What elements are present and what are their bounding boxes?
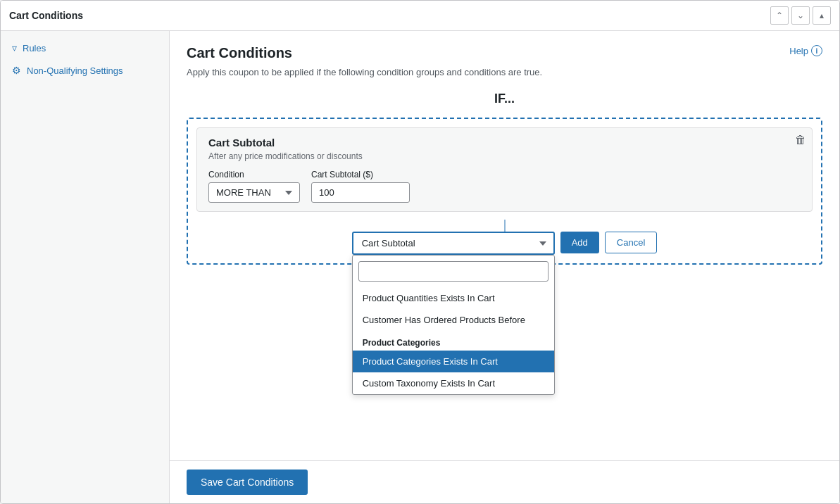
sidebar-item-rules[interactable]: ▿ Rules [1,37,169,59]
dropdown-item-custom-taxonomy[interactable]: Custom Taxonomy Exists In Cart [353,372,554,394]
add-condition-row: Cart Subtotal Product Quantities Exists … [196,220,813,255]
sidebar-item-non-qualifying[interactable]: ⚙ Non-Qualifying Settings [1,59,169,82]
condition-select-wrapper: Cart Subtotal Product Quantities Exists … [352,232,555,255]
page-title: Cart Conditions [187,45,292,61]
collapse-up-button[interactable]: ⌃ [770,6,789,25]
bottom-bar: Save Cart Conditions [170,460,839,503]
sidebar-rules-label: Rules [23,43,46,53]
condition-label: Condition [208,170,300,179]
card-subtitle: After any price modifications or discoun… [208,151,801,161]
delete-condition-button[interactable]: 🗑 [795,134,806,146]
help-link[interactable]: Help i [789,45,822,56]
dropdown-scroll[interactable]: Product Quantities Exists In Cart Custom… [353,287,554,394]
sidebar: ▿ Rules ⚙ Non-Qualifying Settings [1,31,170,503]
condition-select[interactable]: MORE THAN LESS THAN EQUALS [208,182,300,203]
collapse-down-button[interactable]: ⌄ [791,6,810,25]
condition-group-outer: 🗑 🗑 Cart Subtotal After any price modifi… [187,118,822,265]
title-bar: Cart Conditions ⌃ ⌄ ▴ [1,1,839,31]
help-label: Help [789,46,808,56]
dropdown-menu: Product Quantities Exists In Cart Custom… [352,255,555,395]
add-button[interactable]: Add [560,232,599,253]
cart-subtotal-label: Cart Subtotal ($) [311,170,410,179]
condition-form-group: Condition MORE THAN LESS THAN EQUALS [208,170,300,203]
dropdown-item-categories-exists[interactable]: Product Categories Exists In Cart [353,351,554,372]
title-bar-controls: ⌃ ⌄ ▴ [770,6,831,25]
main-content: Cart Conditions Help i Apply this coupon… [170,31,839,460]
if-label: IF... [187,92,822,106]
dropdown-search-input[interactable] [358,261,548,282]
form-row: Condition MORE THAN LESS THAN EQUALS Car… [208,170,801,203]
dropdown-item-ordered-before[interactable]: Customer Has Ordered Products Before [353,309,554,331]
content-area: ▿ Rules ⚙ Non-Qualifying Settings Cart C… [1,31,839,503]
description-text: Apply this coupon to be applied if the f… [187,67,822,77]
cart-subtotal-form-group: Cart Subtotal ($) [311,170,410,203]
sidebar-nonqualifying-label: Non-Qualifying Settings [27,65,123,76]
condition-card: 🗑 Cart Subtotal After any price modifica… [196,127,813,212]
gear-icon: ⚙ [12,65,21,76]
dropdown-group-product-categories: Product Categories [353,331,554,351]
save-cart-conditions-button[interactable]: Save Cart Conditions [187,470,308,495]
condition-type-dropdown[interactable]: Cart Subtotal [352,232,555,255]
filter-icon: ▿ [12,42,17,53]
dropdown-item-quantities[interactable]: Product Quantities Exists In Cart [353,287,554,309]
help-icon: i [811,45,822,56]
cancel-button[interactable]: Cancel [605,232,657,253]
title-bar-title: Cart Conditions [9,10,83,21]
card-title: Cart Subtotal [208,137,801,149]
cart-subtotal-input[interactable] [311,182,410,203]
minimize-button[interactable]: ▴ [813,6,831,25]
main-header: Cart Conditions Help i [187,45,822,61]
